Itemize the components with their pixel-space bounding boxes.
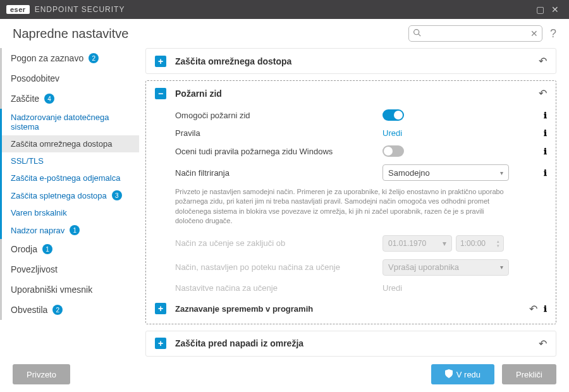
row-learning-settings: Nastavitve načina za učenje Uredi — [175, 279, 547, 297]
row-rules: Pravila Uredi ℹ — [175, 125, 547, 142]
chevron-down-icon: ▾ — [500, 264, 503, 271]
sidebar-item-ssltls[interactable]: SSL/TLS — [0, 152, 139, 169]
label: Omogoči požarni zid — [175, 111, 382, 120]
brand-product: ENDPOINT SECURITY — [35, 5, 125, 14]
main-content: + Zaščita omrežnega dostopa ↶ − Požarni … — [139, 42, 569, 371]
label: Način filtriranja — [175, 168, 382, 178]
sidebar-item-protections[interactable]: Zaščite4 — [0, 89, 139, 109]
edit-rules-link[interactable]: Uredi — [382, 128, 402, 138]
toggle-enable-firewall[interactable] — [382, 109, 404, 121]
panel-header-network-access[interactable]: + Zaščita omrežnega dostopa ↶ — [146, 49, 556, 73]
after-learning-select: Vprašaj uporabnika ▾ — [382, 259, 509, 276]
chevron-down-icon: ▾ — [500, 169, 503, 176]
expand-icon: + — [155, 56, 166, 67]
learning-settings-link: Uredi — [382, 283, 402, 293]
subsection-app-change-detection[interactable]: + Zaznavanje sprememb v programih ↶ ℹ — [155, 297, 547, 317]
footer: Privzeto V redu Prekliči — [0, 357, 569, 392]
info-icon[interactable]: ℹ — [544, 168, 547, 178]
badge: 1 — [42, 244, 52, 254]
clear-search-icon[interactable]: ✕ — [530, 28, 538, 39]
row-learning-end: Način za učenje se zaključi ob 01.01.197… — [175, 231, 547, 255]
info-icon[interactable]: ℹ — [544, 111, 547, 120]
select-value: Vprašaj uporabnika — [388, 262, 459, 272]
panel-header-network-attack[interactable]: + Zaščita pred napadi iz omrežja ↶ — [146, 331, 556, 356]
spinner-icon: ▴▾ — [497, 239, 499, 248]
page-title: Napredne nastavitve — [13, 27, 128, 41]
panel-title: Zaščita omrežnega dostopa — [175, 56, 532, 66]
window-maximize-icon[interactable]: ▢ — [532, 4, 548, 15]
collapse-icon: − — [155, 88, 166, 99]
titlebar: eser ENDPOINT SECURITY ▢ ✕ — [0, 0, 569, 19]
undo-icon[interactable]: ↶ — [529, 303, 537, 315]
default-button[interactable]: Privzeto — [13, 364, 70, 384]
undo-icon[interactable]: ↶ — [539, 55, 547, 67]
svg-line-1 — [419, 34, 420, 36]
row-enable-firewall: Omogoči požarni zid ℹ — [175, 106, 547, 125]
sidebar-item-email[interactable]: Zaščita e-poštnega odjemalca — [0, 169, 139, 187]
header: Napredne nastavitve ✕ ? — [0, 19, 569, 42]
cancel-button[interactable]: Prekliči — [502, 364, 556, 384]
sidebar-item-device-control[interactable]: Nadzor naprav1 — [0, 221, 139, 239]
label: Pravila — [175, 128, 382, 138]
subsection-title: Zaznavanje sprememb v programih — [175, 304, 523, 314]
sidebar: Pogon za zaznavo2 Posodobitev Zaščite4 N… — [0, 42, 139, 371]
filtering-mode-description: Privzeto je nastavljen samodejni način. … — [175, 185, 547, 231]
badge: 4 — [44, 94, 54, 104]
undo-icon[interactable]: ↶ — [539, 338, 547, 350]
info-icon[interactable]: ℹ — [544, 147, 547, 156]
search-input[interactable] — [424, 29, 530, 39]
sidebar-item-notifications[interactable]: Obvestila2 — [0, 300, 139, 320]
label: Nastavitve načina za učenje — [175, 283, 382, 293]
help-icon[interactable]: ? — [550, 27, 556, 40]
learning-end-date: 01.01.1970 ▾ — [382, 235, 452, 252]
badge: 3 — [112, 190, 122, 200]
badge: 1 — [70, 225, 80, 235]
search-box[interactable]: ✕ — [408, 25, 542, 42]
sidebar-item-tools[interactable]: Orodja1 — [0, 239, 139, 259]
brand-logo: eser — [6, 5, 30, 14]
sidebar-item-connectivity[interactable]: Povezljivost — [0, 259, 139, 279]
sidebar-item-network-access[interactable]: Zaščita omrežnega dostopa — [0, 135, 139, 152]
panel-title: Zaščita pred napadi iz omrežja — [175, 338, 532, 348]
row-filtering-mode: Način filtriranja Samodejno ▾ ℹ — [175, 161, 547, 185]
badge: 2 — [89, 53, 99, 63]
label: Način za učenje se zaključi ob — [175, 238, 382, 248]
badge: 2 — [52, 305, 63, 315]
panel-network-attack: + Zaščita pred napadi iz omrežja ↶ — [145, 331, 556, 357]
row-after-learning: Način, nastavljen po poteku načina za uč… — [175, 255, 547, 279]
expand-icon: + — [155, 338, 166, 349]
sidebar-item-filesystem[interactable]: Nadzorovanje datotečnega sistema — [0, 109, 139, 135]
shield-icon — [445, 369, 453, 380]
info-icon[interactable]: ℹ — [544, 128, 547, 138]
ok-button[interactable]: V redu — [431, 364, 494, 384]
row-windows-rules: Oceni tudi pravila požarnega zidu Window… — [175, 142, 547, 161]
sidebar-item-detection-engine[interactable]: Pogon za zaznavo2 — [0, 48, 139, 68]
sidebar-item-update[interactable]: Posodobitev — [0, 68, 139, 89]
chevron-down-icon: ▾ — [443, 239, 446, 248]
panel-title: Požarni zid — [175, 89, 532, 99]
sidebar-item-ui[interactable]: Uporabniški vmesnik — [0, 279, 139, 300]
window-close-icon[interactable]: ✕ — [548, 4, 563, 15]
panel-network-access: + Zaščita omrežnega dostopa ↶ — [145, 48, 556, 74]
undo-icon[interactable]: ↶ — [539, 87, 547, 99]
label: Način, nastavljen po poteku načina za uč… — [175, 262, 382, 272]
toggle-windows-firewall-rules[interactable] — [382, 145, 404, 157]
sidebar-item-web-access[interactable]: Zaščita spletnega dostopa3 — [0, 187, 139, 204]
filtering-mode-select[interactable]: Samodejno ▾ — [382, 164, 509, 181]
label: Oceni tudi pravila požarnega zidu Window… — [175, 147, 382, 156]
select-value: Samodejno — [388, 168, 430, 178]
learning-end-time: 1:00:00 ▴▾ — [456, 235, 504, 252]
expand-icon: + — [155, 303, 166, 314]
sidebar-item-secure-browser[interactable]: Varen brskalnik — [0, 204, 139, 221]
svg-point-0 — [414, 30, 419, 35]
search-icon — [413, 28, 421, 39]
panel-header-firewall[interactable]: − Požarni zid ↶ — [146, 81, 556, 106]
info-icon[interactable]: ℹ — [544, 304, 547, 314]
panel-firewall: − Požarni zid ↶ Omogoči požarni zid ℹ Pr… — [145, 80, 556, 324]
